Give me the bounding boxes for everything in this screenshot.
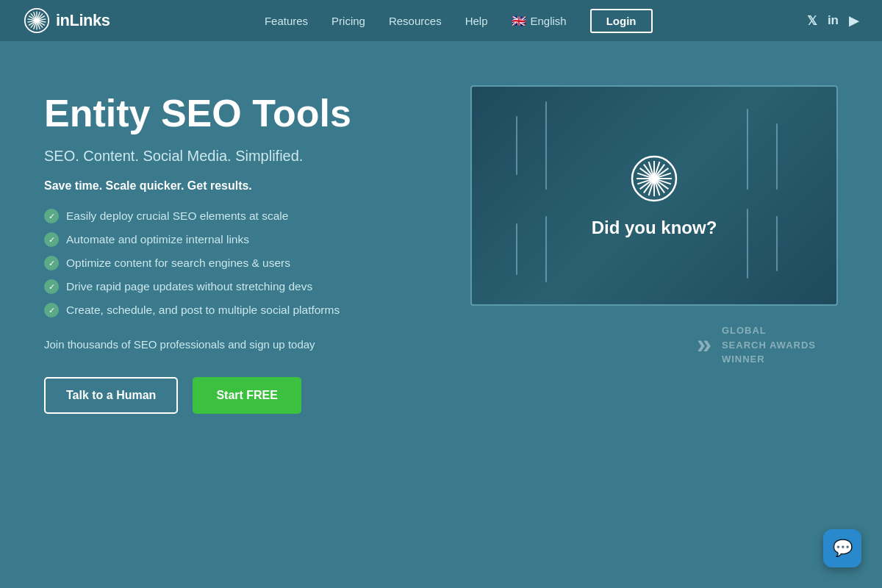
decoration-line (747, 109, 748, 190)
hero-section: Entity SEO Tools SEO. Content. Social Me… (0, 41, 882, 588)
checkmark-icon: ✓ (44, 256, 59, 270)
decoration-line (747, 209, 748, 279)
nav-resources[interactable]: Resources (389, 15, 442, 27)
login-button[interactable]: Login (590, 9, 653, 33)
navbar: inLinks Features Pricing Resources Help … (0, 0, 882, 41)
cta-buttons: Talk to a Human Start FREE (44, 377, 441, 414)
awards-section: » GLOBAL SEARCH AWARDS WINNER (697, 323, 816, 367)
list-item: ✓ Automate and optimize internal links (44, 232, 441, 247)
decoration-line (545, 216, 547, 282)
social-links: 𝕏 in ▶ (807, 13, 858, 29)
linkedin-icon[interactable]: in (828, 13, 839, 28)
list-item: ✓ Create, schedule, and post to multiple… (44, 303, 441, 318)
video-caption: Did you know? (592, 218, 717, 238)
list-item: ✓ Easily deploy crucial SEO elements at … (44, 209, 441, 223)
feature-list: ✓ Easily deploy crucial SEO elements at … (44, 209, 441, 318)
list-item: ✓ Drive rapid page updates without stret… (44, 279, 441, 294)
hero-content: Entity SEO Tools SEO. Content. Social Me… (44, 85, 441, 414)
checkmark-icon: ✓ (44, 232, 59, 247)
list-item: ✓ Optimize content for search engines & … (44, 256, 441, 270)
twitter-x-icon[interactable]: 𝕏 (807, 13, 817, 29)
feature-text-4: Drive rapid page updates without stretch… (66, 280, 312, 293)
video-card[interactable]: Did you know? (470, 85, 838, 306)
talk-to-human-button[interactable]: Talk to a Human (44, 377, 178, 414)
brand-logo-icon (24, 7, 50, 34)
flag-icon: 🇬🇧 (512, 14, 526, 28)
decoration-line (516, 116, 517, 175)
hero-tagline: Save time. Scale quicker. Get results. (44, 179, 441, 193)
checkmark-icon: ✓ (44, 279, 59, 294)
hero-media: Did you know? » GLOBAL SEARCH AWARDS WIN… (470, 85, 838, 367)
feature-text-3: Optimize content for search engines & us… (66, 257, 290, 270)
decoration-line (545, 101, 547, 190)
checkmark-icon: ✓ (44, 303, 59, 318)
checkmark-icon: ✓ (44, 209, 59, 223)
nav-pricing[interactable]: Pricing (331, 15, 365, 27)
language-label: English (531, 15, 567, 27)
awards-chevron-icon: » (697, 331, 711, 358)
decoration-line (776, 216, 778, 271)
decoration-line (516, 223, 517, 275)
chat-bubble-button[interactable]: 💬 (823, 529, 861, 567)
video-logo-icon (628, 153, 680, 204)
hero-subtitle: SEO. Content. Social Media. Simplified. (44, 148, 441, 165)
awards-line-1: GLOBAL (722, 323, 816, 338)
awards-text: GLOBAL SEARCH AWARDS WINNER (722, 323, 816, 367)
decoration-line (776, 123, 778, 190)
feature-text-5: Create, schedule, and post to multiple s… (66, 304, 340, 317)
feature-text-2: Automate and optimize internal links (66, 233, 249, 246)
start-free-button[interactable]: Start FREE (193, 377, 301, 414)
awards-line-3: WINNER (722, 352, 816, 367)
chat-icon: 💬 (833, 539, 853, 558)
nav-links: Features Pricing Resources Help 🇬🇧 Engli… (265, 9, 653, 33)
hero-title: Entity SEO Tools (44, 93, 441, 135)
nav-help[interactable]: Help (465, 15, 488, 27)
awards-line-2: SEARCH AWARDS (722, 338, 816, 353)
join-text: Join thousands of SEO professionals and … (44, 338, 441, 351)
feature-text-1: Easily deploy crucial SEO elements at sc… (66, 209, 288, 223)
brand-name: inLinks (56, 11, 110, 30)
youtube-icon[interactable]: ▶ (849, 13, 858, 29)
logo-area[interactable]: inLinks (24, 7, 110, 34)
language-selector[interactable]: 🇬🇧 English (512, 14, 567, 28)
nav-features[interactable]: Features (265, 15, 308, 27)
